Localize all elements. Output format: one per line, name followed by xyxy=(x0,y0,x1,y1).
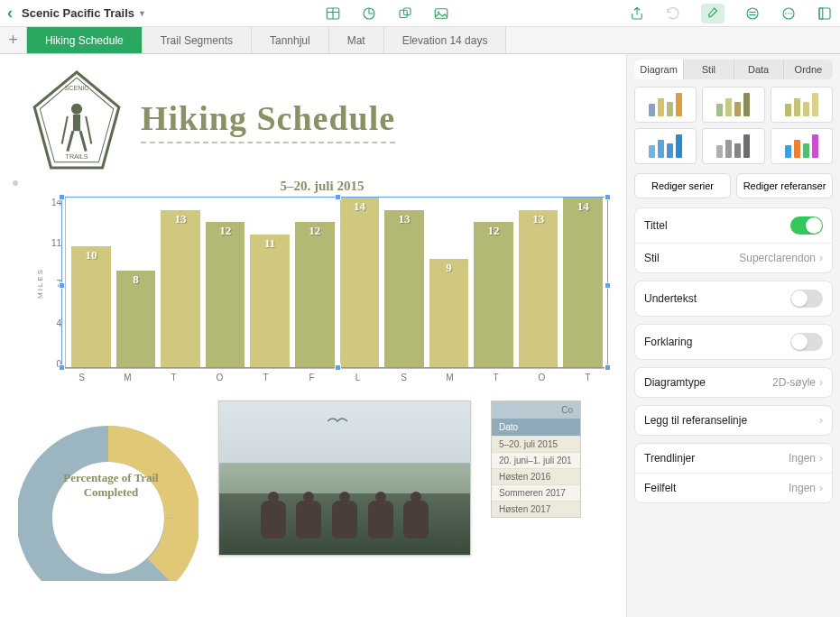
sidebar-tab-diagram[interactable]: Diagram xyxy=(634,60,683,79)
trendlines-row[interactable]: Trendlinjer Ingen› xyxy=(635,444,832,473)
table-row[interactable]: Høsten 2017 xyxy=(492,501,580,517)
chart-style-thumb[interactable] xyxy=(771,87,833,123)
sidebar-tab-data[interactable]: Data xyxy=(734,60,783,79)
format-sidebar: Diagram Stil Data Ordne Rediger serier R… xyxy=(626,54,840,617)
chart-style-thumb[interactable] xyxy=(634,87,697,123)
sidebar-tab-stil[interactable]: Stil xyxy=(683,60,733,79)
bar-value-label: 9 xyxy=(446,261,452,275)
sheet-tab-hiking-schedule[interactable]: Hiking Schedule xyxy=(27,27,143,53)
edit-references-button[interactable]: Rediger referanser xyxy=(736,173,833,198)
table-row[interactable]: 20. juni–1. juli 201 xyxy=(492,452,580,468)
bar: 12 xyxy=(474,222,513,368)
svg-rect-6 xyxy=(436,8,448,18)
edit-series-button[interactable]: Rediger serier xyxy=(634,173,731,198)
chevron-right-icon: › xyxy=(819,482,823,494)
table-row[interactable]: Høsten 2016 xyxy=(492,468,580,484)
insert-chart-icon[interactable] xyxy=(361,5,377,22)
bar-value-label: 13 xyxy=(398,212,410,226)
photo[interactable] xyxy=(218,401,471,556)
subtitle-toggle[interactable] xyxy=(790,290,823,308)
x-tick: T xyxy=(245,373,286,382)
photo-people xyxy=(255,489,434,539)
chart-style-thumb[interactable] xyxy=(702,128,764,164)
canvas[interactable]: SCENIC TRAILS Hiking Schedule 5–20. juli… xyxy=(0,54,626,617)
sheet-tab-label: Elevation 14 days xyxy=(402,34,488,47)
bar-value-label: 14 xyxy=(354,199,365,214)
legend-label: Forklaring xyxy=(644,336,692,348)
subtitle-toggle-row[interactable]: Undertekst xyxy=(635,281,832,316)
legend-toggle-row[interactable]: Forklaring xyxy=(635,325,832,359)
sheet-tabs: + Hiking Schedule Trail Segments Tannhju… xyxy=(0,27,840,54)
mini-table[interactable]: Co Dato 5–20. juli 201520. juni–1. juli … xyxy=(491,401,581,518)
top-toolbar: ‹ Scenic Pacific Trails ▼ xyxy=(0,0,840,27)
bar-chart[interactable]: 5–20. juli 2015 MILES 1411740 1081312111… xyxy=(36,179,608,382)
bar-value-label: 12 xyxy=(309,224,320,238)
bar: 12 xyxy=(206,222,245,368)
table-corner: Co xyxy=(492,401,580,419)
chart-type-row[interactable]: Diagramtype 2D-søyle› xyxy=(635,368,832,397)
insert-media-icon[interactable] xyxy=(433,5,449,22)
document-title[interactable]: Scenic Pacific Trails xyxy=(22,6,134,20)
bar-value-label: 8 xyxy=(133,272,139,287)
chart-style-thumb[interactable] xyxy=(702,87,764,123)
donut-chart[interactable]: Percentage of Trail Completed xyxy=(18,401,198,581)
title-chevron-icon[interactable]: ▼ xyxy=(138,9,146,18)
title-label: Tittel xyxy=(644,219,668,232)
y-axis: 1411740 xyxy=(48,198,65,369)
errorbars-row[interactable]: Feilfelt Ingen› xyxy=(635,473,832,502)
title-toggle[interactable] xyxy=(790,216,823,235)
sheet-tab-tannhjul[interactable]: Tannhjul xyxy=(252,27,329,53)
share-icon[interactable] xyxy=(629,5,645,22)
insert-table-icon[interactable] xyxy=(325,5,341,22)
page-title: Hiking Schedule xyxy=(141,98,395,138)
back-button[interactable]: ‹ xyxy=(7,4,13,23)
bar: 8 xyxy=(116,271,156,368)
add-sheet-button[interactable]: + xyxy=(0,27,27,53)
bar-value-label: 12 xyxy=(488,224,500,238)
chevron-right-icon: › xyxy=(819,452,823,465)
format-brush-icon[interactable] xyxy=(701,4,725,23)
x-tick: M xyxy=(107,373,148,382)
more-icon[interactable] xyxy=(780,5,797,22)
chart-style-thumb[interactable] xyxy=(771,128,833,164)
x-tick: S xyxy=(383,373,424,382)
svg-text:TRAILS: TRAILS xyxy=(66,153,88,161)
refline-label: Legg til referanselinje xyxy=(644,414,747,427)
legend-toggle[interactable] xyxy=(790,333,823,351)
cell-settings-icon[interactable] xyxy=(744,5,761,22)
donut-label: Percentage of Trail Completed xyxy=(61,471,161,499)
undo-icon[interactable] xyxy=(665,5,681,22)
x-tick: O xyxy=(522,373,562,382)
add-reference-line-row[interactable]: Legg til referanselinje › xyxy=(635,406,832,435)
title-toggle-row[interactable]: Tittel xyxy=(635,208,832,243)
bar-value-label: 10 xyxy=(85,248,97,262)
bar: 13 xyxy=(384,210,424,369)
style-row[interactable]: Stil Superclarendon› xyxy=(635,243,832,272)
x-tick: L xyxy=(337,373,378,382)
sheet-tab-mat[interactable]: Mat xyxy=(329,27,384,53)
table-row[interactable]: 5–20. juli 2015 xyxy=(492,436,580,452)
table-row[interactable]: Sommeren 2017 xyxy=(492,484,580,501)
chart-style-grid xyxy=(634,87,833,164)
x-tick: T xyxy=(153,373,194,382)
sheet-tab-trail-segments[interactable]: Trail Segments xyxy=(143,27,252,53)
sheet-tab-label: Mat xyxy=(347,34,365,47)
sheet-tab-elevation[interactable]: Elevation 14 days xyxy=(384,27,507,53)
sidebar-tab-ordne[interactable]: Ordne xyxy=(783,60,833,79)
svg-text:SCENIC: SCENIC xyxy=(65,85,89,92)
chevron-right-icon: › xyxy=(819,376,823,389)
svg-point-14 xyxy=(790,13,792,14)
comment-icon[interactable] xyxy=(817,5,833,22)
bar-value-label: 14 xyxy=(577,199,589,214)
bar-value-label: 13 xyxy=(175,212,187,226)
trend-label: Trendlinjer xyxy=(644,452,695,465)
header-row: SCENIC TRAILS Hiking Schedule xyxy=(0,54,626,171)
style-value: Superclarendon xyxy=(739,252,816,264)
svg-rect-15 xyxy=(819,8,830,19)
bar-value-label: 11 xyxy=(264,236,275,251)
insert-shape-icon[interactable] xyxy=(397,5,413,22)
chart-style-thumb[interactable] xyxy=(634,128,697,164)
bar: 13 xyxy=(519,210,558,369)
charttype-value: 2D-søyle xyxy=(772,376,816,389)
charttype-label: Diagramtype xyxy=(644,376,706,389)
